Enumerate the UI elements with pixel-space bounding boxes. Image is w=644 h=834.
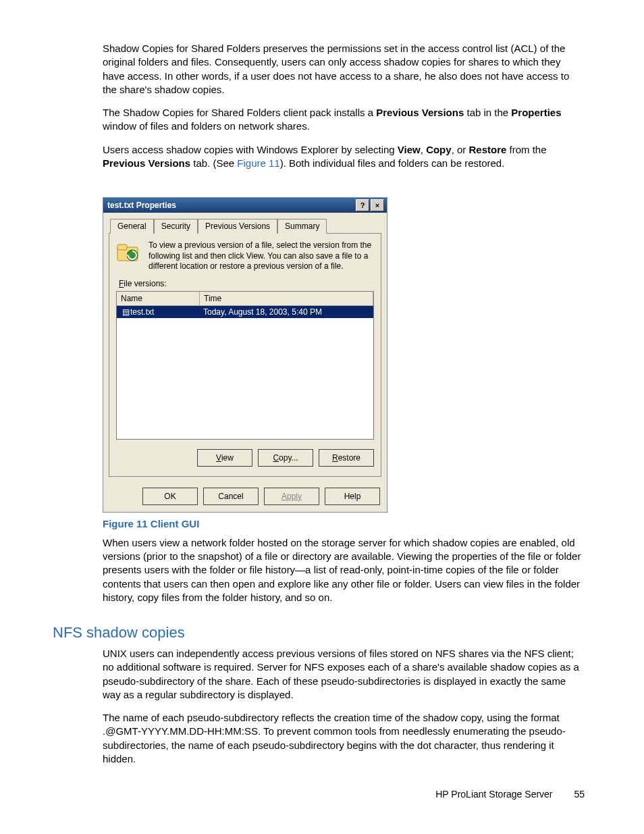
text-bold: Previous Versions	[376, 107, 464, 118]
tab-summary[interactable]: Summary	[277, 219, 327, 234]
heading-nfs-shadow-copies: NFS shadow copies	[53, 624, 185, 642]
cell-name: test.txt	[130, 307, 154, 317]
title-bar: test.txt Properties ? ×	[103, 198, 387, 213]
text: ,	[421, 144, 426, 155]
text-bold: Restore	[468, 144, 506, 155]
description-text: To view a previous version of a file, se…	[149, 240, 374, 272]
cell-time: Today, August 18, 2003, 5:40 PM	[199, 306, 373, 318]
text: The Shadow Copies for Shared Folders cli…	[103, 107, 376, 118]
window-title: test.txt Properties	[107, 201, 176, 210]
svg-rect-1	[117, 244, 127, 250]
list-header: Name Time	[117, 292, 373, 306]
text: from the	[506, 144, 546, 155]
paragraph-3: Users access shadow copies with Windows …	[103, 143, 583, 171]
page-number: 55	[574, 789, 585, 800]
file-versions-list[interactable]: Name Time ▤test.txt Today, August 18, 20…	[116, 291, 374, 440]
paragraph-1: Shadow Copies for Shared Folders preserv…	[103, 42, 583, 97]
file-versions-label: File versions:	[119, 279, 374, 288]
text: ). Both individual files and folders can…	[280, 157, 505, 169]
ok-button[interactable]: OK	[142, 488, 198, 505]
view-button[interactable]: View	[197, 449, 252, 467]
nfs-paragraph-2: The name of each pseudo-subdirectory ref…	[103, 711, 583, 766]
tab-general[interactable]: General	[110, 219, 154, 234]
help-button[interactable]: ?	[356, 199, 369, 211]
text: tab. (See	[190, 157, 237, 169]
text-bold: Previous Versions	[103, 157, 190, 169]
column-name[interactable]: Name	[117, 292, 200, 305]
text: tab in the	[464, 107, 511, 118]
close-button[interactable]: ×	[371, 199, 384, 211]
tab-strip: General Security Previous Versions Summa…	[103, 213, 387, 233]
column-time[interactable]: Time	[200, 292, 373, 305]
folder-history-icon	[116, 240, 140, 265]
tab-previous-versions[interactable]: Previous Versions	[198, 219, 277, 234]
restore-button[interactable]: Restore	[319, 449, 374, 467]
paragraph-2: The Shadow Copies for Shared Folders cli…	[103, 106, 583, 134]
list-row[interactable]: ▤test.txt Today, August 18, 2003, 5:40 P…	[117, 306, 373, 318]
tab-panel: To view a previous version of a file, se…	[109, 233, 381, 477]
file-icon: ▤	[121, 307, 130, 317]
text: window of files and folders on network s…	[103, 120, 310, 132]
text: Users access shadow copies with Windows …	[103, 144, 398, 155]
copy-button[interactable]: Copy...	[258, 449, 313, 467]
text-bold: Properties	[511, 107, 561, 118]
apply-button[interactable]: Apply	[264, 488, 319, 505]
cancel-button[interactable]: Cancel	[203, 488, 259, 505]
figure-link[interactable]: Figure 11	[237, 157, 279, 169]
text-bold: View	[398, 144, 421, 155]
text-bold: Copy	[426, 144, 452, 155]
text: , or	[452, 144, 469, 155]
properties-dialog: test.txt Properties ? × General Security…	[103, 197, 387, 513]
tab-security[interactable]: Security	[154, 219, 198, 234]
figure-caption: Figure 11 Client GUI	[103, 518, 583, 529]
page-footer: HP ProLiant Storage Server 55	[435, 789, 585, 800]
paragraph-4: When users view a network folder hosted …	[103, 536, 583, 604]
help-button[interactable]: Help	[325, 488, 380, 505]
nfs-paragraph-1: UNIX users can independently access prev…	[103, 647, 583, 702]
footer-label: HP ProLiant Storage Server	[435, 789, 552, 800]
